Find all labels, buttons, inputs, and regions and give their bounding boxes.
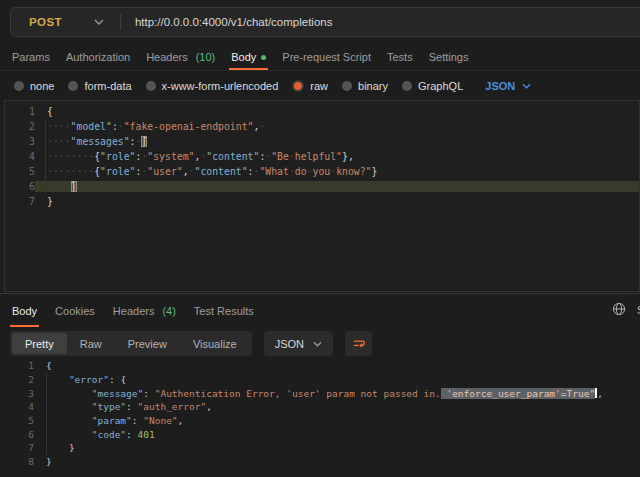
radio-x-www-form-urlencoded[interactable]: x-www-form-urlencoded [146, 80, 279, 92]
code-line[interactable]: 2····"model":·"fake-openai-endpoint",· [5, 119, 639, 134]
token: : [132, 415, 143, 426]
view-preview[interactable]: Preview [115, 333, 180, 354]
token: "param" [92, 415, 132, 426]
token: : [126, 429, 137, 440]
line-number: 3 [4, 388, 34, 399]
radio-circle-icon [14, 81, 24, 91]
code-content: ····"messages":·[ [35, 136, 639, 147]
view-pretty[interactable]: Pretty [12, 333, 67, 354]
code-line[interactable]: 4········{"role":·"system",·"content":·"… [5, 149, 639, 164]
code-line[interactable]: 3····"messages":·[ [5, 134, 639, 149]
token: "None" [143, 415, 177, 426]
tab-test-results[interactable]: Test Results [194, 297, 254, 325]
radio-none[interactable]: none [14, 80, 54, 92]
wrap-line-button[interactable] [345, 331, 372, 356]
tab-settings[interactable]: Settings [429, 44, 469, 70]
code-content: ········{"role":·"system",·"content":·"B… [35, 151, 639, 162]
globe-icon[interactable] [612, 302, 626, 316]
code-content: "error": { [34, 374, 640, 385]
tab-pre-request-script[interactable]: Pre-request Script [282, 44, 371, 70]
tab-params[interactable]: Params [12, 44, 50, 70]
code-content: ····"model":·"fake-openai-endpoint",· [35, 121, 639, 132]
radio-label: raw [310, 80, 328, 92]
url-input[interactable]: http://0.0.0.0:4000/v1/chat/completions [135, 16, 333, 28]
tab-label: Headers [146, 51, 188, 63]
code-line[interactable]: 6 "code": 401 [4, 427, 640, 441]
token: 401 [138, 429, 155, 440]
radio-label: form-data [84, 80, 131, 92]
radio-circle-icon [292, 80, 304, 92]
token: "code" [92, 429, 126, 440]
token: "error" [69, 374, 109, 385]
code-line[interactable]: 1{ [5, 104, 639, 119]
tab-authorization[interactable]: Authorization [66, 44, 130, 70]
response-language-select[interactable]: JSON [264, 331, 333, 356]
line-number: 5 [5, 166, 35, 177]
body-language-select[interactable]: JSON [485, 80, 531, 92]
token: ········ [47, 151, 94, 162]
code-content: } [34, 442, 640, 453]
code-line[interactable]: 3 "message": "Authentication Error, 'use… [4, 386, 640, 400]
code-content: "code": 401 [34, 429, 640, 440]
token: "messages" [71, 136, 130, 147]
request-tabs: ParamsAuthorizationHeaders(10)BodyPre-re… [0, 44, 640, 71]
token: : [143, 388, 154, 399]
token: "content" [195, 166, 248, 177]
view-raw[interactable]: Raw [67, 333, 115, 354]
code-line[interactable]: 1{ [4, 359, 640, 373]
code-line[interactable]: 5 "param": "None", [4, 414, 640, 428]
code-line[interactable]: 8} [4, 455, 640, 469]
tab-label: Body [12, 305, 37, 317]
code-line[interactable]: 6····] [5, 179, 639, 194]
code-content: } [35, 196, 639, 207]
token: "role" [100, 166, 135, 177]
tab-label: Settings [429, 51, 469, 63]
chevron-down-icon [522, 83, 531, 89]
green-dot-icon [261, 55, 266, 60]
tab-tests[interactable]: Tests [387, 44, 413, 70]
indent-guide [45, 119, 46, 194]
token: "content" [206, 151, 259, 162]
request-body-editor[interactable]: 1{2····"model":·"fake-openai-endpoint",·… [4, 100, 640, 292]
code-line[interactable]: 5········{"role":·"user",·"content":·"Wh… [5, 164, 639, 179]
method-selector[interactable]: POST [11, 16, 62, 28]
token [46, 388, 92, 399]
code-line[interactable]: 4 "type": "auth_error", [4, 400, 640, 414]
token [46, 429, 92, 440]
tab-body[interactable]: Body [231, 44, 266, 70]
tab-label: Tests [387, 51, 413, 63]
code-line[interactable]: 7} [5, 194, 639, 209]
code-line[interactable]: 2 "error": { [4, 373, 640, 387]
response-view-switch: PrettyRawPreviewVisualize [10, 331, 252, 356]
token: } [69, 442, 75, 453]
tab-body[interactable]: Body [12, 297, 37, 325]
radio-label: GraphQL [418, 80, 463, 92]
panel-divider[interactable] [0, 293, 640, 294]
tab-cookies[interactable]: Cookies [55, 297, 95, 325]
line-number: 8 [4, 456, 34, 467]
code-line[interactable]: 7 } [4, 441, 640, 455]
code-content: "param": "None", [34, 415, 640, 426]
token: ········ [47, 166, 94, 177]
radio-raw[interactable]: raw [292, 80, 328, 92]
view-visualize[interactable]: Visualize [180, 333, 250, 354]
token: ···· [47, 121, 71, 132]
token: } [372, 166, 378, 177]
tab-label: Authorization [66, 51, 130, 63]
line-number: 6 [4, 429, 34, 440]
radio-graphql[interactable]: GraphQL [402, 80, 463, 92]
radio-form-data[interactable]: form-data [68, 80, 131, 92]
tab-label: Params [12, 51, 50, 63]
tab-label: Headers [113, 305, 155, 317]
chevron-down-icon[interactable] [94, 19, 104, 25]
code-content: ········{"role":·"user",·"content":·"Wha… [35, 166, 639, 177]
token: "user" [147, 166, 182, 177]
tab-headers[interactable]: Headers(4) [113, 297, 176, 325]
body-language-label: JSON [485, 80, 515, 92]
line-number: 1 [4, 360, 34, 371]
radio-circle-icon [342, 81, 352, 91]
tab-headers[interactable]: Headers(10) [146, 44, 215, 70]
response-body-editor[interactable]: 1{2 "error": {3 "message": "Authenticati… [4, 359, 640, 477]
radio-circle-icon [146, 81, 156, 91]
radio-binary[interactable]: binary [342, 80, 388, 92]
